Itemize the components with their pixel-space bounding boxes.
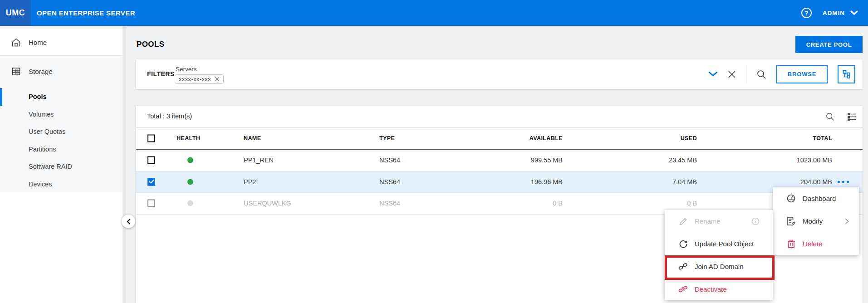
column-header-health[interactable]: HEALTH (177, 135, 200, 142)
pool-total: 1023.00 MB (797, 156, 832, 164)
row-context-menu: Dashboard Modify Delete (773, 187, 859, 255)
sidebar-item-partitions[interactable]: Partitions (0, 141, 123, 158)
storage-section: Storage Pools Volumes User Quotas Partit… (0, 56, 123, 192)
browse-button[interactable]: BROWSE (776, 65, 828, 83)
pool-used: 23.45 MB (669, 156, 697, 164)
pool-used: 7.04 MB (672, 178, 697, 186)
filters-label: FILTERS (147, 70, 175, 78)
divider (841, 110, 841, 123)
sidebar-item-software-raid[interactable]: Software RAID (0, 158, 123, 176)
sidebar-item-label: Software RAID (29, 163, 72, 170)
menu-item-label: Update Pool Object (695, 240, 754, 248)
menu-item-delete[interactable]: Delete (773, 233, 859, 255)
menu-item-label: Deactivate (695, 285, 727, 293)
umc-logo: UMC (0, 0, 31, 26)
pool-actions-menu: Rename Update Pool Object Join AD Domain… (665, 210, 773, 300)
row-checkbox-checked[interactable] (147, 178, 155, 186)
row-actions-ellipsis-icon[interactable] (838, 181, 849, 183)
pool-type: NSS64 (379, 200, 400, 207)
home-icon (11, 38, 21, 47)
menu-item-label: Rename (695, 217, 721, 225)
list-view-button[interactable] (848, 113, 856, 121)
filter-bar: FILTERS Servers xxxx-xx-xxx (136, 59, 863, 89)
chevron-down-icon (708, 71, 718, 77)
list-view-icon (848, 113, 856, 121)
search-icon (756, 69, 766, 79)
menu-item-deactivate[interactable]: Deactivate (665, 278, 773, 300)
info-icon[interactable] (751, 217, 760, 225)
chevron-down-icon (850, 10, 858, 15)
pool-available: 196.96 MB (531, 178, 563, 186)
menu-item-modify[interactable]: Modify (773, 210, 859, 233)
sidebar: Home Storage Pools Volumes User Quotas P… (0, 26, 123, 303)
column-header-used[interactable]: USED (681, 135, 697, 142)
pool-available: 999.55 MB (531, 156, 563, 164)
sidebar-item-label: User Quotas (29, 128, 65, 135)
table-header-row: HEALTH NAME TYPE AVAILABLE USED TOTAL (136, 127, 863, 150)
sidebar-item-volumes[interactable]: Volumes (0, 106, 123, 123)
pool-used: 0 B (687, 200, 697, 207)
close-icon (728, 70, 736, 78)
menu-item-update-pool-object[interactable]: Update Pool Object (665, 233, 773, 255)
divider (746, 65, 746, 83)
column-header-available[interactable]: AVAILABLE (530, 135, 563, 142)
pool-type: NSS64 (379, 156, 400, 164)
column-header-total[interactable]: TOTAL (813, 135, 832, 142)
row-checkbox[interactable] (147, 200, 155, 207)
sidebar-item-label: Storage (29, 68, 53, 75)
table-row-pp2[interactable]: PP2 NSS64 196.96 MB 7.04 MB 204.00 MB (136, 171, 863, 193)
trash-icon (786, 239, 796, 248)
object-tree-icon (843, 70, 850, 78)
link-icon (678, 262, 688, 271)
pool-name: PP2 (244, 178, 256, 186)
create-pool-button[interactable]: CREATE POOL (795, 36, 863, 53)
pencil-icon (678, 217, 688, 226)
sidebar-item-user-quotas[interactable]: User Quotas (0, 123, 123, 141)
search-button[interactable] (756, 69, 766, 79)
sidebar-item-label: Volumes (29, 111, 54, 118)
umc-pools-screen: UMC OPEN ENTERPRISE SERVER ? ADMIN Home (0, 0, 868, 303)
submenu-chevron-icon (845, 218, 849, 225)
menu-item-dashboard[interactable]: Dashboard (773, 187, 859, 210)
help-icon[interactable]: ? (801, 8, 812, 18)
topbar-right: ? ADMIN (801, 0, 858, 26)
sidebar-item-home[interactable]: Home (0, 32, 123, 53)
server-filter-chip[interactable]: xxxx-xx-xxx (175, 74, 224, 84)
menu-item-rename[interactable]: Rename (665, 210, 773, 233)
sidebar-item-label: Partitions (29, 146, 56, 153)
menu-item-label: Modify (803, 217, 823, 225)
chip-label: xxxx-xx-xxx (179, 76, 211, 83)
admin-label: ADMIN (823, 10, 845, 16)
filter-group-label: Servers (176, 66, 197, 73)
pool-type: NSS64 (379, 178, 400, 186)
storage-icon (11, 67, 21, 76)
expand-filters-button[interactable] (708, 71, 718, 77)
select-all-checkbox[interactable] (147, 135, 155, 142)
sidebar-item-label: Devices (29, 181, 52, 188)
sidebar-item-devices[interactable]: Devices (0, 176, 123, 193)
sidebar-collapse-button[interactable] (122, 215, 135, 228)
admin-menu[interactable]: ADMIN (823, 10, 858, 16)
product-title: OPEN ENTERPRISE SERVER (37, 9, 135, 17)
modify-icon (786, 216, 796, 226)
dashboard-gauge-icon (786, 194, 796, 203)
menu-item-label: Join AD Domain (695, 263, 744, 270)
object-tree-button[interactable] (838, 65, 855, 83)
sidebar-scrollbar[interactable] (123, 26, 126, 303)
health-status-dot (187, 200, 193, 206)
column-header-name[interactable]: NAME (244, 135, 261, 142)
sidebar-item-pools[interactable]: Pools (0, 88, 123, 106)
table-search-button[interactable] (825, 112, 834, 121)
menu-item-label: Dashboard (803, 195, 836, 202)
sidebar-item-storage[interactable]: Storage (0, 60, 123, 82)
table-row-pp1-ren[interactable]: PP1_REN NSS64 999.55 MB 23.45 MB 1023.00… (136, 150, 863, 171)
total-items-text: Total : 3 item(s) (147, 112, 192, 120)
clear-filters-button[interactable] (728, 70, 736, 78)
search-icon (825, 112, 834, 121)
collapse-left-icon (127, 219, 131, 225)
column-header-type[interactable]: TYPE (379, 135, 395, 142)
chip-remove-icon[interactable] (215, 77, 220, 82)
menu-item-join-ad-domain[interactable]: Join AD Domain (665, 255, 773, 278)
page-title: POOLS (137, 40, 165, 49)
row-checkbox[interactable] (147, 156, 155, 164)
